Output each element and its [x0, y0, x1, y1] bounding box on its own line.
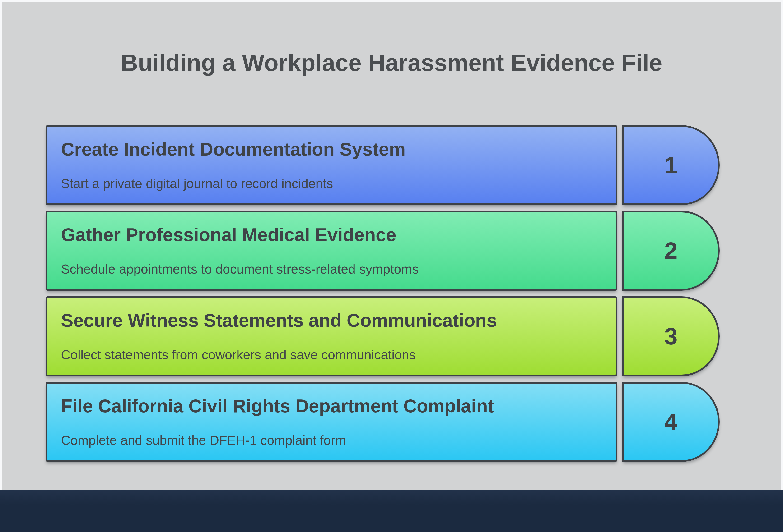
- step-bar: Secure Witness Statements and Communicat…: [45, 296, 617, 376]
- step-bar: Create Incident Documentation System Sta…: [45, 125, 617, 205]
- step-bar: Gather Professional Medical Evidence Sch…: [45, 211, 617, 291]
- step-description: Start a private digital journal to recor…: [61, 176, 601, 191]
- step-title: File California Civil Rights Department …: [61, 395, 601, 417]
- step-title: Secure Witness Statements and Communicat…: [61, 310, 601, 331]
- step-number: 1: [664, 152, 678, 179]
- step-description: Complete and submit the DFEH-1 complaint…: [61, 432, 601, 448]
- step-title: Create Incident Documentation System: [61, 139, 601, 160]
- step-bar: File California Civil Rights Department …: [45, 382, 617, 462]
- step-description: Schedule appointments to document stress…: [61, 261, 601, 277]
- step-row-3: Secure Witness Statements and Communicat…: [45, 296, 720, 376]
- step-number: 2: [664, 237, 678, 264]
- steps-list: Create Incident Documentation System Sta…: [45, 125, 720, 467]
- page-title: Building a Workplace Harassment Evidence…: [2, 49, 781, 76]
- infographic-page: Building a Workplace Harassment Evidence…: [0, 0, 783, 532]
- step-row-4: File California Civil Rights Department …: [45, 382, 720, 462]
- step-row-1: Create Incident Documentation System Sta…: [45, 125, 720, 205]
- step-number-tab: 4: [622, 382, 720, 462]
- step-title: Gather Professional Medical Evidence: [61, 224, 601, 245]
- step-row-2: Gather Professional Medical Evidence Sch…: [45, 211, 720, 291]
- step-number: 3: [664, 323, 678, 350]
- footer-bar: [0, 490, 783, 532]
- step-number-tab: 2: [622, 211, 720, 291]
- step-number-tab: 3: [622, 296, 720, 376]
- content-area: Building a Workplace Harassment Evidence…: [2, 2, 781, 490]
- step-number: 4: [664, 408, 678, 435]
- step-number-tab: 1: [622, 125, 720, 205]
- step-description: Collect statements from coworkers and sa…: [61, 347, 601, 363]
